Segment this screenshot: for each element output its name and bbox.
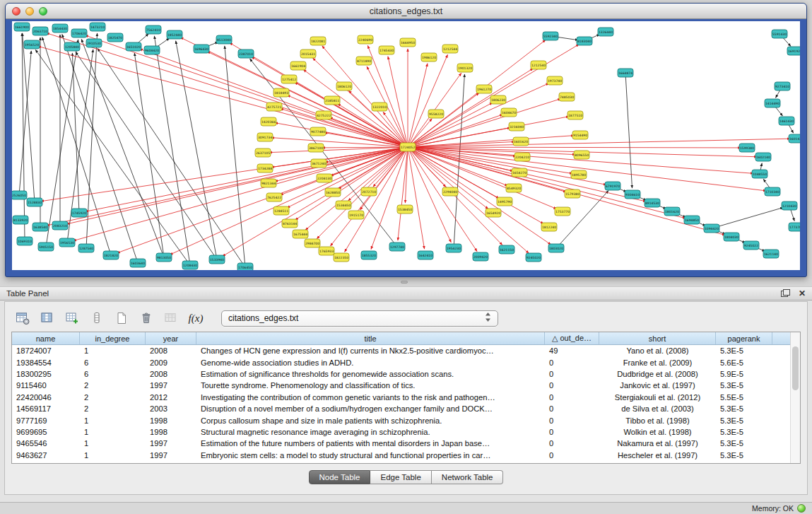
graph-edge: [41, 147, 408, 201]
column-header-in_degree[interactable]: in_degree: [80, 332, 146, 344]
graph-node-label: 1753770: [555, 210, 570, 214]
graph-node-label: 2009420: [473, 255, 488, 259]
graph-node-label: 1956530: [60, 241, 74, 245]
table-source-dropdown[interactable]: citations_edges.txt: [221, 310, 498, 327]
table-cell-short: de Silva et al. (2003): [599, 404, 716, 413]
graph-node-label: 1675444: [293, 233, 307, 236]
graph-node-label: 1825470: [108, 36, 122, 40]
graph-node-label: 1420366: [261, 120, 276, 124]
graph-node-label: 9304610: [625, 193, 640, 197]
table-cell-short: Yano et al. (2008): [599, 346, 716, 355]
column-header-year[interactable]: year: [146, 332, 196, 344]
window-zoom-button[interactable]: [39, 7, 47, 16]
graph-edge: [408, 54, 447, 147]
column-header-name[interactable]: name: [12, 332, 80, 344]
add-column-icon[interactable]: [63, 310, 81, 327]
table-header-row: namein_degreeyeartitle△ out_de…shortpage…: [12, 332, 800, 345]
table-cell-short: Jankovic et al. (1997): [599, 381, 716, 390]
graph-node-label: 5592340: [543, 35, 558, 38]
traffic-lights: [12, 7, 47, 16]
table-row[interactable]: 977716911998Corpus callosum shape and si…: [12, 414, 800, 426]
float-panel-icon[interactable]: [781, 289, 790, 298]
row-selection-icon[interactable]: [88, 310, 106, 327]
graph-node-label: 7485030: [560, 95, 574, 99]
table-cell-pagerank: 5.3E-5: [716, 451, 772, 460]
table-row[interactable]: 969969511998Structural magnetic resonanc…: [12, 426, 800, 438]
graph-node-label: 1745920: [72, 211, 86, 215]
graph-node-label: 1094420: [705, 227, 719, 230]
table-cell-in_degree: 1: [80, 346, 146, 355]
delete-table-icon[interactable]: [162, 310, 180, 327]
graph-node-label: 1654920: [486, 211, 500, 215]
graph-node-label: 8133920: [13, 218, 28, 222]
graph-node-label: 2204130: [317, 177, 331, 180]
window-minimize-button[interactable]: [25, 7, 34, 16]
panel-resize-handle[interactable]: [401, 281, 408, 284]
delete-column-icon[interactable]: [137, 310, 155, 327]
table-row[interactable]: 946554611997Estimation of the future num…: [12, 438, 800, 449]
table-cell-name: 9463627: [12, 451, 80, 460]
function-builder-icon[interactable]: f(x): [187, 310, 205, 327]
network-canvas[interactable]: 1724052182208120154311661904127541218184…: [12, 21, 800, 270]
table-row[interactable]: 911546021997Tourette syndrome. Phenomeno…: [12, 380, 800, 391]
graph-edge: [35, 49, 190, 265]
table-cell-title: Changes of HCN gene expression and I(f) …: [196, 346, 545, 355]
table-cell-pagerank: 5.6E-5: [716, 358, 772, 367]
graph-node-label: 1284511: [274, 209, 288, 213]
graph-edge: [405, 147, 408, 203]
tab-network-table[interactable]: Network Table: [432, 470, 504, 484]
graph-edge: [154, 36, 190, 265]
graph-node-label: 1821820: [104, 254, 118, 257]
table-cell-pagerank: 5.3E-5: [716, 381, 772, 390]
table-row[interactable]: 946362711997Embryonic stem cells: a mode…: [12, 450, 800, 461]
table-row[interactable]: 1938455462009Genome-wide association stu…: [12, 356, 800, 368]
graph-node-label: 9813050: [157, 256, 171, 259]
table-mode-icon[interactable]: [13, 310, 32, 327]
show-columns-icon[interactable]: [38, 310, 57, 327]
column-header-title[interactable]: title: [196, 332, 545, 344]
import-table-icon[interactable]: [112, 310, 131, 327]
tab-edge-table[interactable]: Edge Table: [370, 470, 431, 484]
window-titlebar[interactable]: citations_edges.txt: [6, 4, 806, 19]
column-header-short[interactable]: short: [599, 332, 716, 344]
graph-node-label: 1628850: [326, 191, 340, 194]
graph-edge: [275, 147, 408, 182]
network-view-window: citations_edges.txt 17240521822081201543…: [5, 3, 807, 277]
graph-node-label: 1048550: [753, 173, 767, 176]
graph-node-label: 1654270: [512, 171, 526, 175]
graph-node-label: 8183040: [577, 40, 592, 43]
graph-node-label: 1664874: [618, 71, 632, 75]
network-graph[interactable]: 1724052182208120154311661904127541218184…: [12, 21, 800, 270]
table-cell-short: Tibbo et al. (1998): [599, 416, 716, 425]
column-header-pagerank[interactable]: pagerank: [716, 332, 772, 344]
graph-node-label: 1812240: [542, 226, 556, 229]
table-row[interactable]: 2242004622012Investigating the contribut…: [12, 392, 800, 403]
window-close-button[interactable]: [12, 7, 20, 16]
graph-edge: [23, 33, 35, 202]
table-cell-pagerank: 5.3E-5: [716, 346, 772, 355]
table-cell-year: 2003: [146, 404, 196, 413]
close-panel-icon[interactable]: ✕: [799, 289, 806, 298]
table-scrollbar-thumb[interactable]: [792, 346, 799, 390]
table-scrollbar[interactable]: [790, 345, 800, 463]
table-toolbar: f(x) citations_edges.txt: [5, 308, 807, 332]
graph-node-label: 1414490: [765, 102, 779, 105]
tab-node-table[interactable]: Node Table: [309, 470, 371, 484]
table-cell-out_degree: 0: [545, 451, 599, 460]
table-row[interactable]: 1872400712008Changes of HCN gene express…: [12, 345, 800, 356]
graph-node-label: 8914530: [645, 201, 659, 205]
graph-node-label: 1961270: [477, 88, 491, 91]
table-cell-out_degree: 49: [545, 346, 599, 355]
table-cell-short: Dudbridge et al. (2008): [599, 370, 716, 378]
memory-status-indicator: [797, 504, 806, 513]
graph-node-label: 1069310: [18, 240, 32, 243]
table-cell-out_degree: 0: [545, 370, 599, 378]
table-cell-title: Genome-wide association studies in ADHD.: [196, 358, 545, 367]
table-row[interactable]: 1456911722003Disruption of a novel membe…: [12, 403, 800, 414]
graph-edge: [295, 147, 408, 220]
graph-edge: [712, 208, 783, 228]
graph-node-label: 9558220: [429, 112, 443, 116]
table-row[interactable]: 1830029562008Estimation of significance …: [12, 368, 800, 380]
column-header-out_degree[interactable]: △ out_de…: [545, 332, 599, 344]
graph-node-label: 1473210: [90, 25, 105, 29]
